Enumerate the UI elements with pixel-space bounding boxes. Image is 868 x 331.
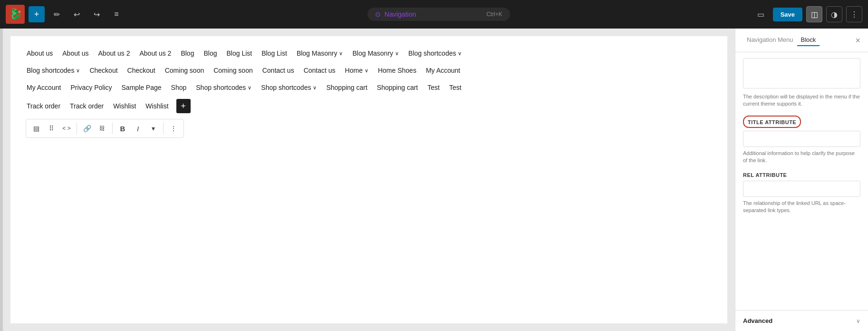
title-attribute-help-text: Additional information to help clarify t…	[743, 150, 860, 165]
nav-item[interactable]: Blog shortcodes ∨	[404, 46, 466, 61]
nav-item[interactable]: Sample Page	[117, 80, 166, 95]
nav-item[interactable]: Coming soon	[160, 63, 209, 78]
title-attribute-field-group: TITLE ATTRIBUTE Additional information t…	[743, 116, 860, 165]
list-icon: ≡	[114, 10, 118, 19]
keyboard-shortcut: Ctrl+K	[486, 11, 502, 18]
drag-handle-button[interactable]: ⠿	[44, 121, 58, 136]
layout-toggle-button[interactable]: ◫	[806, 6, 822, 22]
advanced-label: Advanced	[743, 317, 772, 324]
layout-icon: ◫	[811, 10, 818, 19]
link-button[interactable]: 🔗	[80, 121, 94, 136]
tab-navigation-menu[interactable]: Navigation Menu	[743, 34, 797, 46]
nav-item[interactable]: Blog Masonry ∨	[292, 46, 348, 61]
sidebar-close-button[interactable]: ×	[855, 36, 860, 45]
chevron-down-icon: ∨	[365, 68, 368, 74]
nav-item[interactable]: Shopping cart	[372, 80, 423, 95]
nav-item[interactable]: Blog shortcodes ∨	[22, 63, 85, 78]
chevron-down-icon: ∨	[313, 85, 317, 91]
nav-item[interactable]: Test	[423, 80, 444, 95]
nav-item[interactable]: Wishlist	[141, 97, 173, 115]
nav-item[interactable]: Home ∨	[340, 63, 373, 78]
block-icon: ▤	[33, 125, 39, 132]
editor-canvas: About us About us About us 2 About us 2 …	[10, 36, 727, 323]
nav-item[interactable]: About us	[58, 46, 93, 61]
pencil-icon: ✏	[54, 10, 60, 19]
undo-button[interactable]: ↩	[68, 6, 85, 22]
nav-item[interactable]: Blog List	[257, 46, 292, 61]
chevron-down-icon: ∨	[856, 318, 860, 324]
top-bar: 🐉 + ✏ ↩ ↪ ≡ ⊙ Navigation Ctrl+K ▭ Save ◫…	[0, 0, 868, 29]
nav-item[interactable]: Shopping cart	[321, 80, 372, 95]
chevron-down-icon: ∨	[339, 50, 343, 57]
nav-item[interactable]: Privacy Policy	[66, 80, 116, 95]
bold-button[interactable]: B	[116, 121, 130, 136]
block-toolbar: ▤ ⠿ < > 🔗 ⛓	[26, 119, 184, 138]
code-view-button[interactable]: < >	[59, 121, 74, 136]
nav-menu-content: About us About us About us 2 About us 2 …	[10, 36, 727, 151]
block-type-button[interactable]: ▤	[29, 121, 43, 136]
description-textarea[interactable]	[743, 58, 860, 88]
navigation-search[interactable]: ⊙ Navigation Ctrl+K	[367, 8, 510, 21]
italic-icon: I	[137, 125, 139, 133]
list-view-button[interactable]: ≡	[108, 6, 125, 22]
nav-item[interactable]: Track order	[65, 97, 108, 115]
rel-attribute-help-text: The relationship of the linked URL as sp…	[743, 200, 860, 214]
advanced-section: Advanced ∨	[735, 310, 868, 331]
more-formatting-button[interactable]: ▾	[146, 121, 160, 136]
nav-item[interactable]: Shop shortcodes ∨	[191, 80, 256, 95]
contrast-button[interactable]: ◑	[826, 6, 842, 22]
add-block-button[interactable]: +	[29, 6, 45, 22]
nav-item[interactable]: Blog	[176, 46, 199, 61]
drag-icon: ⠿	[49, 125, 54, 132]
sidebar: Navigation Menu Block × The description …	[735, 29, 868, 331]
title-attribute-label: TITLE ATTRIBUTE	[748, 119, 796, 125]
add-nav-item-button[interactable]: +	[176, 99, 191, 113]
save-button[interactable]: Save	[773, 8, 802, 21]
nav-item[interactable]: Blog Masonry ∨	[347, 46, 404, 61]
left-scrollbar[interactable]	[0, 29, 3, 331]
nav-item[interactable]: Shop	[166, 80, 192, 95]
italic-button[interactable]: I	[131, 121, 145, 136]
nav-item[interactable]: Shop shortcodes ∨	[256, 80, 321, 95]
nav-item[interactable]: Test	[444, 80, 466, 95]
nav-item[interactable]: About us 2	[135, 46, 176, 61]
logo-button[interactable]: 🐉	[6, 5, 25, 24]
nav-label: Navigation	[385, 10, 416, 18]
rel-attribute-input[interactable]	[743, 181, 860, 197]
nav-item[interactable]: Wishlist	[108, 97, 141, 115]
nav-item[interactable]: Contact us	[258, 63, 299, 78]
unlink-button[interactable]: ⛓	[95, 121, 109, 136]
plus-icon: +	[181, 101, 186, 111]
nav-item[interactable]: Checkout	[123, 63, 160, 78]
nav-item[interactable]: My Account	[22, 80, 66, 95]
desktop-preview-button[interactable]: ▭	[753, 6, 769, 22]
nav-item[interactable]: My Account	[421, 63, 465, 78]
top-bar-right: ▭ Save ◫ ◑ ⋮	[753, 6, 862, 22]
desktop-icon: ▭	[757, 10, 764, 19]
nav-item[interactable]: Blog List	[222, 46, 257, 61]
chevron-down-icon: ▾	[152, 125, 155, 132]
nav-row-1: About us About us About us 2 About us 2 …	[22, 46, 716, 61]
chevron-down-icon: ∨	[248, 85, 251, 91]
tab-block[interactable]: Block	[797, 34, 820, 46]
redo-button[interactable]: ↪	[88, 6, 105, 22]
more-icon: ⋮	[170, 125, 177, 132]
nav-item[interactable]: Home Shoes	[373, 63, 421, 78]
more-options-button[interactable]: ⋮	[846, 6, 862, 22]
description-field-group: The description will be displayed in the…	[743, 58, 860, 108]
block-more-options-button[interactable]: ⋮	[166, 121, 181, 136]
nav-item[interactable]: Checkout	[85, 63, 122, 78]
circle-check-icon: ⊙	[375, 10, 381, 18]
nav-item[interactable]: About us	[22, 46, 58, 61]
nav-item[interactable]: Blog	[199, 46, 222, 61]
edit-button[interactable]: ✏	[48, 6, 65, 22]
nav-item[interactable]: Track order	[22, 97, 65, 115]
unlink-icon: ⛓	[99, 125, 105, 132]
nav-item[interactable]: Coming soon	[209, 63, 258, 78]
code-icon: < >	[62, 125, 70, 132]
nav-row-2: Blog shortcodes ∨ Checkout Checkout Comi…	[22, 63, 716, 78]
nav-item[interactable]: About us 2	[94, 46, 135, 61]
nav-item[interactable]: Contact us	[299, 63, 340, 78]
advanced-header[interactable]: Advanced ∨	[735, 311, 868, 331]
title-attribute-input[interactable]	[743, 131, 860, 147]
